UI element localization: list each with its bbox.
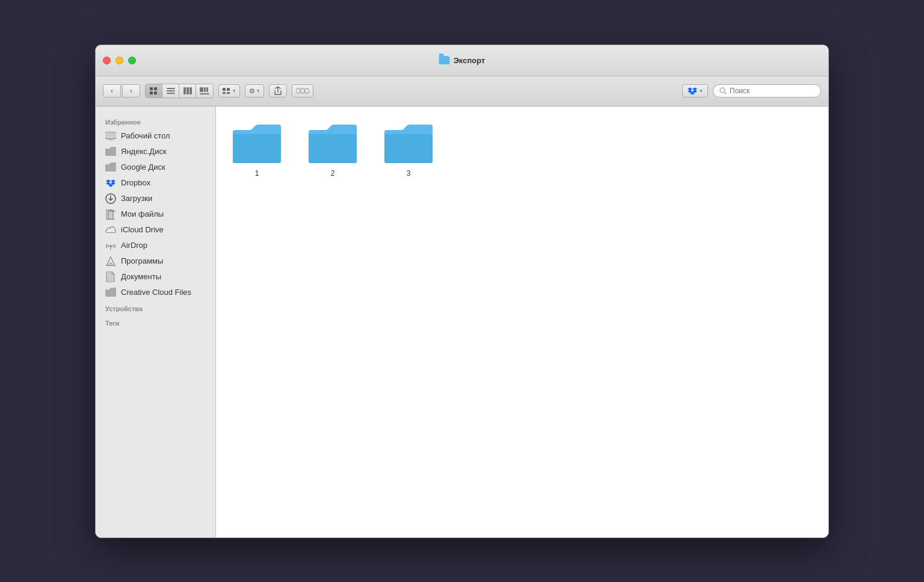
sidebar-item-label: Google Диск [121, 163, 165, 172]
gallery-view-button[interactable] [196, 84, 213, 98]
sidebar-item-yandex[interactable]: Яндекс.Диск [96, 144, 215, 159]
sidebar-item-label: iCloud Drive [121, 225, 164, 234]
folder-icon [309, 123, 357, 164]
forward-button[interactable]: › [122, 84, 140, 98]
sidebar-item-apps[interactable]: Программы [96, 253, 215, 269]
sidebar-item-label: Яндекс.Диск [121, 147, 167, 156]
svg-rect-4 [167, 88, 175, 89]
sidebar-item-dropbox[interactable]: Dropbox [96, 175, 215, 191]
svg-rect-14 [223, 88, 226, 91]
sidebar-item-label: Мои файлы [121, 209, 164, 218]
sidebar: Избранное Рабочий стол [96, 107, 216, 537]
svg-rect-30 [108, 140, 114, 140]
folder-name: 3 [407, 169, 411, 178]
devices-label: Устройства [96, 300, 215, 315]
file-grid: 1 2 3 [228, 119, 816, 182]
search-icon [719, 87, 727, 94]
traffic-lights [103, 57, 136, 64]
docs-icon [105, 271, 116, 282]
svg-marker-31 [106, 179, 116, 182]
main-content: Избранное Рабочий стол [96, 107, 828, 537]
search-input[interactable] [730, 87, 808, 95]
svg-rect-7 [183, 87, 186, 94]
window-title-area: Экспорт [439, 56, 485, 65]
share-icon [274, 86, 282, 96]
svg-rect-1 [154, 87, 157, 90]
sidebar-item-downloads[interactable]: Загрузки [96, 191, 215, 206]
svg-rect-28 [105, 132, 116, 137]
svg-rect-3 [154, 91, 157, 94]
svg-rect-0 [150, 87, 153, 90]
creative-folder-icon [105, 287, 116, 298]
svg-rect-13 [200, 93, 209, 94]
tags-label: Теги [96, 315, 215, 329]
folder-name: 1 [255, 169, 259, 178]
search-bar[interactable] [713, 84, 821, 98]
dropbox-icon [688, 86, 697, 96]
icon-view-button[interactable] [146, 84, 162, 98]
apps-icon [105, 256, 116, 267]
nav-buttons: ‹ › [103, 84, 140, 98]
favorites-label: Избранное [96, 114, 215, 128]
title-folder-icon [439, 56, 450, 64]
sidebar-item-label: Рабочий стол [121, 131, 170, 140]
sidebar-item-google[interactable]: Google Диск [96, 159, 215, 175]
downloads-icon [105, 193, 116, 204]
grid-view-icon [150, 87, 158, 94]
dropbox-button[interactable]: ▾ [682, 84, 708, 98]
svg-line-26 [725, 93, 727, 94]
yandex-folder-icon [105, 146, 116, 157]
sidebar-item-label: Программы [121, 256, 163, 265]
arrange-dropdown[interactable]: ▾ [218, 84, 240, 98]
dropbox-sidebar-icon [105, 178, 116, 188]
dropbox-chevron: ▾ [700, 88, 703, 94]
finder-window: Экспорт ‹ › [95, 45, 829, 538]
sidebar-item-myfiles[interactable]: Мои файлы [96, 206, 215, 222]
folder-item-3[interactable]: 3 [380, 119, 437, 182]
title-bar: Экспорт [96, 45, 828, 76]
sidebar-item-docs[interactable]: Документы [96, 269, 215, 285]
airdrop-icon [105, 240, 116, 251]
svg-rect-16 [223, 92, 226, 94]
share-button[interactable] [269, 84, 287, 98]
icloud-icon [105, 224, 116, 235]
folder-icon [233, 123, 281, 164]
arrange-icon [223, 88, 231, 94]
sidebar-item-label: Creative Cloud Files [121, 288, 191, 297]
google-folder-icon [105, 162, 116, 173]
folder-icon [384, 123, 433, 164]
sidebar-item-airdrop[interactable]: AirDrop [96, 238, 215, 253]
sidebar-item-label: Dropbox [121, 178, 150, 187]
myfiles-icon [105, 209, 116, 220]
action-dropdown[interactable]: ⚙ ▾ [245, 84, 264, 98]
window-title: Экспорт [454, 56, 485, 65]
svg-rect-8 [186, 87, 189, 94]
sidebar-item-label: Документы [121, 272, 161, 281]
sidebar-item-desktop[interactable]: Рабочий стол [96, 128, 215, 144]
list-view-button[interactable] [162, 84, 179, 98]
desktop-icon [105, 131, 116, 141]
svg-rect-15 [227, 88, 230, 91]
svg-point-25 [720, 88, 725, 93]
sidebar-item-icloud[interactable]: iCloud Drive [96, 222, 215, 238]
action-chevron: ▾ [257, 88, 260, 94]
folder-name: 2 [331, 169, 335, 178]
gear-icon: ⚙ [249, 87, 255, 95]
back-button[interactable]: ‹ [103, 84, 121, 98]
column-view-button[interactable] [179, 84, 196, 98]
folder-item-1[interactable]: 1 [228, 119, 286, 182]
gallery-view-icon [200, 87, 209, 94]
svg-rect-5 [167, 90, 175, 91]
svg-rect-12 [206, 87, 208, 92]
tag-button[interactable] [292, 84, 313, 98]
file-area: 1 2 3 [216, 107, 828, 537]
column-view-icon [183, 87, 192, 94]
maximize-button[interactable] [128, 57, 136, 64]
svg-rect-2 [150, 91, 153, 94]
arrange-chevron: ▾ [233, 88, 236, 94]
minimize-button[interactable] [116, 57, 123, 64]
folder-item-2[interactable]: 2 [304, 119, 362, 182]
list-view-icon [167, 87, 175, 94]
close-button[interactable] [103, 57, 111, 64]
sidebar-item-creative[interactable]: Creative Cloud Files [96, 285, 215, 300]
